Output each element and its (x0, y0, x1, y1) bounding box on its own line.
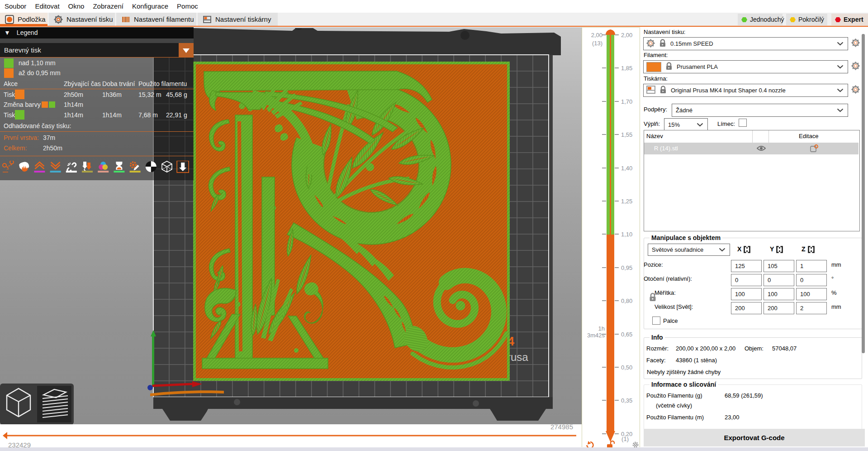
svg-text:rusa: rusa (507, 351, 528, 363)
svg-text:1,55: 1,55 (621, 131, 632, 138)
svg-text:2,00: 2,00 (591, 32, 602, 38)
svg-text:1h: 1h (598, 325, 605, 332)
svg-text:(1): (1) (621, 436, 629, 442)
svg-text:0,35: 0,35 (621, 397, 632, 404)
svg-text:1,25: 1,25 (621, 198, 632, 205)
svg-text:0,95: 0,95 (621, 264, 632, 271)
svg-text:(13): (13) (592, 40, 602, 47)
svg-text:0,80: 0,80 (621, 297, 632, 304)
svg-text:3m42s: 3m42s (587, 332, 605, 339)
svg-text:1,10: 1,10 (621, 231, 632, 238)
svg-text:2,00: 2,00 (621, 32, 632, 38)
svg-text:1,85: 1,85 (621, 65, 632, 72)
svg-text:0,50: 0,50 (621, 364, 632, 371)
svg-text:1,40: 1,40 (621, 165, 632, 172)
svg-text:0,65: 0,65 (621, 331, 632, 338)
svg-text:1,70: 1,70 (621, 98, 632, 105)
svg-text:274985: 274985 (550, 424, 573, 431)
